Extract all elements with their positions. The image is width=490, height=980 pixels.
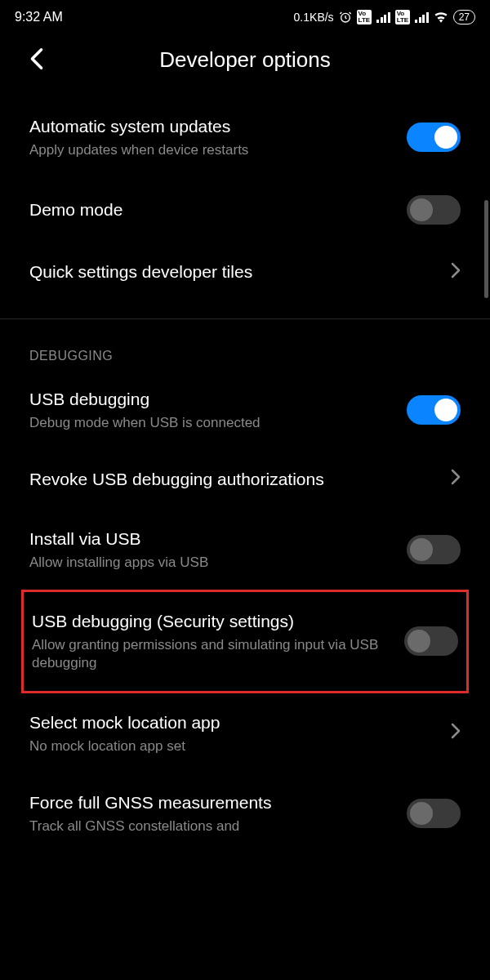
setting-subtitle: Apply updates when device restarts — [29, 141, 394, 159]
header: Developer options — [0, 31, 490, 97]
scrollbar[interactable] — [484, 200, 488, 298]
setting-auto-update[interactable]: Automatic system updates Apply updates w… — [29, 97, 461, 177]
setting-mock-location[interactable]: Select mock location app No mock locatio… — [29, 693, 461, 773]
volte-icon-1: VoLTE — [357, 10, 372, 24]
setting-subtitle: Allow granting permissions and simulatin… — [32, 636, 391, 672]
setting-subtitle: Allow installing apps via USB — [29, 554, 394, 572]
setting-demo-mode[interactable]: Demo mode — [29, 177, 461, 243]
volte-icon-2: VoLTE — [395, 10, 411, 24]
battery-icon: 27 — [453, 10, 475, 24]
highlight-annotation: USB debugging (Security settings) Allow … — [21, 590, 469, 693]
setting-revoke-auth[interactable]: Revoke USB debugging authorizations — [29, 450, 461, 509]
setting-title: Demo mode — [29, 198, 394, 221]
setting-title: Automatic system updates — [29, 115, 394, 138]
status-time: 9:32 AM — [15, 10, 63, 24]
setting-title: Quick settings developer tiles — [29, 261, 438, 283]
divider — [0, 318, 490, 319]
setting-usb-security[interactable]: USB debugging (Security settings) Allow … — [32, 592, 458, 691]
toggle-gnss[interactable] — [407, 799, 461, 828]
status-icons: 0.1KB/s VoLTE VoLTE 27 — [294, 10, 475, 24]
toggle-install-usb[interactable] — [407, 535, 461, 564]
wifi-icon — [434, 11, 448, 23]
signal-icon-1 — [376, 11, 390, 23]
setting-subtitle: Debug mode when USB is connected — [29, 414, 394, 432]
setting-install-usb[interactable]: Install via USB Allow installing apps vi… — [29, 510, 461, 590]
chevron-right-icon — [451, 723, 461, 744]
setting-quick-tiles[interactable]: Quick settings developer tiles — [29, 243, 461, 301]
signal-icon-2 — [415, 11, 429, 23]
chevron-right-icon — [451, 262, 461, 283]
setting-title: Revoke USB debugging authorizations — [29, 468, 438, 491]
page-title: Developer options — [29, 47, 461, 73]
toggle-auto-update[interactable] — [407, 122, 461, 152]
status-bar: 9:32 AM 0.1KB/s VoLTE VoLTE 27 — [0, 0, 490, 31]
section-header-debugging: DEBUGGING — [29, 336, 461, 370]
alarm-icon — [339, 11, 352, 24]
setting-title: USB debugging (Security settings) — [32, 610, 391, 633]
setting-usb-debugging[interactable]: USB debugging Debug mode when USB is con… — [29, 370, 461, 450]
data-rate: 0.1KB/s — [294, 11, 334, 24]
content: Automatic system updates Apply updates w… — [0, 97, 490, 853]
toggle-demo-mode[interactable] — [407, 195, 461, 225]
setting-title: Force full GNSS measurements — [29, 791, 394, 814]
setting-title: Install via USB — [29, 528, 394, 550]
setting-gnss[interactable]: Force full GNSS measurements Track all G… — [29, 773, 461, 853]
setting-subtitle: No mock location app set — [29, 737, 438, 755]
setting-subtitle: Track all GNSS constellations and — [29, 817, 394, 835]
setting-title: USB debugging — [29, 388, 394, 411]
toggle-usb-security[interactable] — [404, 626, 458, 656]
chevron-right-icon — [451, 469, 461, 490]
setting-title: Select mock location app — [29, 711, 438, 734]
back-button[interactable] — [29, 47, 44, 74]
toggle-usb-debugging[interactable] — [407, 395, 461, 425]
